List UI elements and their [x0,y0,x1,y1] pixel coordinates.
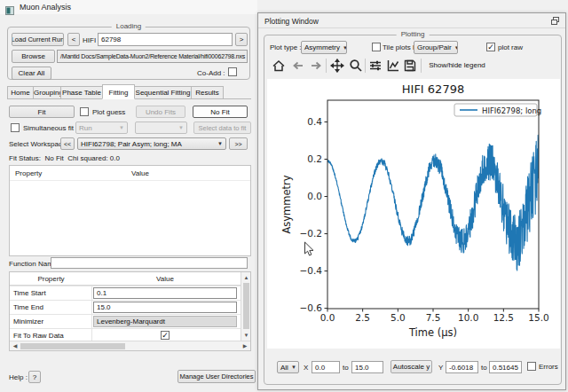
y-tick-label: −0.6 [300,302,323,313]
run-number-input[interactable]: 62798 [98,33,233,46]
back-icon[interactable] [290,58,306,74]
prev-run-button[interactable]: < [67,33,80,46]
plot-raw-checkbox[interactable]: ✓ [486,43,495,51]
tab-bar: HomeGroupingPhase TableFittingSequential… [7,84,223,99]
chevron-down-icon: ▼ [119,125,124,130]
x-to-input[interactable]: 15.0 [351,361,383,373]
scope-value: All [280,364,288,372]
help-button[interactable]: ? [28,371,41,383]
plot-canvas[interactable]: HIFI 627980.02.55.07.510.012.515.0−0.6−0… [267,79,560,349]
results-header-value: Value [131,169,149,177]
settings-header-value: Value [92,272,238,285]
chevron-down-icon: ▼ [343,45,347,51]
x-tick-label: 5.0 [390,312,406,323]
tab-results[interactable]: Results [191,86,224,99]
function-name-input[interactable] [51,257,248,269]
muon-window-title: Muon Analysis [20,3,71,12]
fit-settings-table: Property Value Time Start0.1Time End15.0… [9,271,251,351]
next-run-button[interactable]: > [235,33,248,46]
y-tick-label: 0.0 [307,191,322,201]
vscroll-thumb[interactable] [243,283,249,329]
scroll-left-icon[interactable]: ◀ [11,341,20,351]
scroll-right-icon[interactable]: ▶ [241,341,249,351]
undo-fits-button[interactable]: Undo Fits [136,106,185,118]
x-tick-label: 10.0 [458,312,478,323]
muon-app-icon [5,3,14,12]
workspace-value: HIFI62798; Pair Asym; long; MA [81,140,182,148]
chevron-down-icon: ▼ [291,365,296,370]
save-icon[interactable] [402,58,418,74]
x-from-input[interactable]: 0.0 [312,361,340,373]
fit-settings-rows: Time Start0.1Time End15.0MinimizerLevenb… [10,286,250,342]
fit-to-raw-checkbox[interactable]: ✓ [161,331,170,340]
value-field[interactable]: 0.1 [93,287,237,299]
results-header-property: Property [15,169,42,177]
manage-user-directories-button[interactable]: Manage User Directories [178,370,256,383]
workspace-next-button[interactable]: >> [229,137,248,150]
workspace-combo[interactable]: HIFI62798; Pair Asym; long; MA▼ [77,137,226,150]
x-tick-label: 2.5 [355,312,370,323]
scope-combo[interactable]: All▼ [277,361,299,373]
y-axis-label: Asymmetry [280,175,293,233]
plotting-titlebar[interactable]: Plotting Window [258,13,565,28]
plot-type-label: Plot type : [270,43,302,51]
plotting-window: Plotting Window Plotting Plot type : Asy… [257,12,566,390]
subplots-icon[interactable] [367,58,383,74]
hscroll-thumb[interactable] [20,343,125,349]
tab-home[interactable]: Home [7,86,34,99]
tile-plots-checkbox[interactable] [372,43,381,51]
data-series-line [327,135,539,270]
simultaneous-scope-combo[interactable]: Run▼ [75,122,128,134]
plot-type-combo[interactable]: Asymmetry▼ [301,41,347,54]
home-icon[interactable] [271,58,287,74]
x-tick-label: 15.0 [528,312,548,323]
customize-plot-icon[interactable] [385,58,401,74]
zoom-icon[interactable] [348,58,364,74]
plot-guess-checkbox[interactable] [80,107,89,116]
tab-fitting[interactable]: Fitting [102,84,135,99]
simultaneous-fit-checkbox[interactable] [11,123,20,132]
toolbar-separator [421,59,422,73]
load-current-run-button[interactable]: Load Current Run [12,33,64,46]
pan-icon[interactable] [329,58,345,74]
float-window-icon[interactable] [551,17,559,25]
tab-phase-table[interactable]: Phase Table [60,86,103,99]
forward-icon[interactable] [308,58,324,74]
value-field[interactable]: Levenberg-Marquardt [93,316,237,327]
select-data-to-fit-button[interactable]: Select data to fit [193,122,251,134]
table-row: MinimizerLevenberg-Marquardt [10,314,250,328]
value-field[interactable]: 15.0 [93,302,237,313]
no-fit-button[interactable]: No Fit [193,106,248,118]
y-from-input[interactable]: -0.6018 [446,361,478,373]
legend-label: HIFI62798; long [482,106,541,115]
instrument-label: HIFI [83,36,96,44]
browse-button[interactable]: Browse [12,50,55,63]
autoscale-y-button[interactable]: Autoscale y [390,360,432,373]
co-add-checkbox[interactable] [228,67,237,76]
x-tick-label: 12.5 [493,312,514,323]
muon-titlebar[interactable]: Muon Analysis [0,0,257,14]
plotting-group-legend: Plotting [397,30,430,38]
y-range-label: Y [438,364,443,372]
property-name: Minimizer [10,315,92,328]
scroll-up-icon[interactable]: ▲ [241,273,251,282]
results-header-divider [10,180,250,181]
simultaneous-item-combo[interactable]: ▼ [135,122,187,134]
show-hide-legend-button[interactable]: Show/hide legend [425,59,489,72]
file-path-field[interactable]: /Mantid Docs/SampleData-Muon2/Reference … [57,50,248,63]
tile-by-combo[interactable]: Group/Pair▼ [414,41,458,54]
clear-all-button[interactable]: Clear All [12,67,51,80]
workspace-prev-button[interactable]: << [60,137,75,150]
errors-checkbox[interactable] [527,362,536,371]
settings-vscrollbar[interactable]: ▲ ▼ [241,272,250,341]
table-row: Time Start0.1 [10,286,250,300]
tab-sequential-fitting[interactable]: Sequential Fitting [134,86,192,99]
fit-button[interactable]: Fit [9,106,75,118]
settings-hscrollbar[interactable]: ◀ ▶ [10,341,250,350]
scroll-down-icon[interactable]: ▼ [241,331,251,340]
y-tick-label: −0.4 [300,265,323,276]
tab-grouping[interactable]: Grouping [33,86,61,99]
fit-results-table[interactable]: Property Value [9,165,251,256]
y-to-input[interactable]: 0.51645 [489,361,522,373]
x-tick-label: 7.5 [426,312,441,323]
